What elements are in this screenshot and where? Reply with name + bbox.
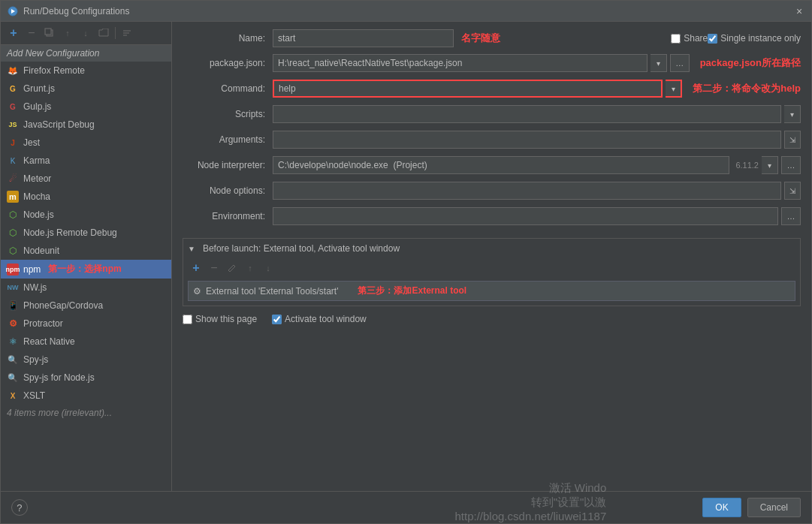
list-item[interactable]: G Grunt.js (1, 80, 171, 98)
single-instance-checkbox-label[interactable]: Single instance only (708, 33, 801, 44)
before-launch-down[interactable]: ↓ (260, 260, 276, 276)
config-item-label: JavaScript Debug (23, 119, 95, 130)
list-item[interactable]: JS JavaScript Debug (1, 116, 171, 134)
karma-icon: K (7, 155, 19, 167)
list-item-npm[interactable]: npm npm 第一步：选择npm (1, 260, 171, 279)
package-json-label: package.json: (183, 58, 273, 68)
help-button[interactable]: ? (11, 499, 28, 516)
name-annotation: 名字随意 (461, 32, 500, 45)
list-item[interactable]: K Karma (1, 152, 171, 170)
list-item[interactable]: ⬡ Node.js Remote Debug (1, 224, 171, 242)
list-item[interactable]: 🦊 Firefox Remote (1, 62, 171, 80)
folder-btn[interactable] (95, 25, 112, 41)
ok-button[interactable]: OK (702, 498, 741, 517)
move-up-btn[interactable]: ↑ (59, 25, 76, 41)
before-launch-add[interactable]: + (188, 260, 204, 276)
environment-browse[interactable]: … (781, 207, 801, 225)
list-item[interactable]: ☄ Meteor (1, 170, 171, 188)
single-instance-checkbox[interactable] (708, 34, 717, 44)
list-item[interactable]: 🔍 Spy-js (1, 351, 171, 369)
list-item[interactable]: ⚛ React Native (1, 333, 171, 351)
list-item-more[interactable]: 4 items more (irrelevant)... (1, 405, 171, 421)
node-interpreter-label: Node interpreter: (183, 160, 273, 170)
node-interpreter-browse[interactable]: … (781, 156, 801, 174)
node-options-input[interactable] (273, 182, 781, 200)
phonegap-icon: 📱 (7, 300, 19, 312)
name-row: Name: 名字随意 Share Single instance only (183, 29, 801, 47)
list-item[interactable]: 🔍 Spy-js for Node.js (1, 369, 171, 387)
config-item-label: React Native (23, 336, 75, 347)
list-item[interactable]: ⬡ Nodeunit (1, 242, 171, 260)
command-label: Command: (183, 83, 273, 94)
list-item[interactable]: 📱 PhoneGap/Cordova (1, 297, 171, 315)
grunt-icon: G (7, 83, 19, 95)
show-this-page-checkbox[interactable] (183, 315, 192, 324)
node-interpreter-dropdown[interactable]: ▾ (762, 156, 778, 174)
title-bar: Run/Debug Configurations × (1, 1, 811, 22)
remove-config-btn[interactable]: − (23, 25, 40, 41)
arguments-field: ⇲ (273, 131, 801, 149)
config-item-label: npm (23, 264, 41, 275)
add-config-btn[interactable]: + (5, 25, 22, 41)
environment-label: Environment: (183, 211, 273, 221)
js-debug-icon: JS (7, 119, 19, 131)
share-checkbox[interactable] (671, 34, 681, 44)
list-item[interactable]: NW NW.js (1, 279, 171, 297)
before-launch-edit[interactable] (224, 260, 240, 276)
environment-input[interactable] (273, 207, 778, 225)
name-input[interactable] (273, 29, 454, 47)
window-icon (7, 5, 19, 17)
close-button[interactable]: × (793, 5, 805, 17)
share-checkbox-label[interactable]: Share (671, 33, 708, 44)
name-label: Name: (183, 33, 273, 44)
config-item-label: Node.js Remote Debug (23, 227, 117, 238)
arguments-input[interactable] (273, 131, 781, 149)
sort-btn[interactable] (119, 25, 135, 41)
copy-config-btn[interactable] (41, 25, 58, 41)
config-item-label: Node.js (23, 209, 54, 220)
config-item-label: Spy-js (23, 354, 48, 365)
list-item[interactable]: ⚙ Protractor (1, 315, 171, 333)
main-content: + − ↑ ↓ (1, 22, 811, 491)
package-json-dropdown[interactable]: ▾ (651, 54, 667, 72)
react-native-icon: ⚛ (7, 336, 19, 348)
collapse-triangle[interactable]: ▼ (188, 245, 195, 253)
command-input[interactable] (273, 80, 663, 98)
activate-tool-window-label[interactable]: Activate tool window (272, 314, 367, 324)
config-item-label: XSLT (23, 390, 45, 401)
arguments-row: Arguments: ⇲ (183, 130, 801, 149)
arguments-browse[interactable]: ⇲ (784, 131, 801, 149)
config-item-label: Nodeunit (23, 245, 59, 256)
scripts-input[interactable] (273, 105, 781, 123)
before-launch-remove[interactable]: − (206, 260, 222, 276)
package-json-browse[interactable]: … (670, 54, 690, 72)
gulp-icon: G (7, 101, 19, 113)
spy-js-node-icon: 🔍 (7, 372, 19, 384)
move-down-btn[interactable]: ↓ (77, 25, 94, 41)
list-item[interactable]: ⬡ Node.js (1, 206, 171, 224)
list-item[interactable]: J Jest (1, 134, 171, 152)
list-item[interactable]: G Gulp.js (1, 98, 171, 116)
protractor-icon: ⚙ (7, 318, 19, 330)
external-tool-item[interactable]: ⚙ External tool 'External Tools/start' 第… (188, 281, 795, 301)
config-list: 🦊 Firefox Remote G Grunt.js G Gulp.js JS… (1, 62, 171, 491)
before-launch-section: ▼ Before launch: External tool, Activate… (183, 238, 801, 306)
cancel-button[interactable]: Cancel (747, 498, 801, 517)
bottom-checkboxes: Show this page Activate tool window (183, 314, 801, 324)
list-item[interactable]: m Mocha (1, 188, 171, 206)
node-interpreter-input[interactable] (273, 156, 729, 174)
command-dropdown[interactable]: ▾ (666, 80, 682, 98)
right-panel: Name: 名字随意 Share Single instance only pa… (172, 22, 811, 491)
node-options-row: Node options: ⇲ (183, 181, 801, 200)
scripts-field: ▾ (273, 105, 801, 123)
left-panel: + − ↑ ↓ (1, 22, 172, 491)
jest-icon: J (7, 137, 19, 149)
activate-tool-window-checkbox[interactable] (272, 315, 282, 324)
node-options-browse[interactable]: ⇲ (784, 182, 801, 200)
list-item[interactable]: X XSLT (1, 387, 171, 405)
step3-annotation: 第三步：添加External tool (358, 285, 466, 297)
before-launch-up[interactable]: ↑ (242, 260, 258, 276)
scripts-dropdown[interactable]: ▾ (784, 105, 801, 123)
package-json-input[interactable] (273, 54, 647, 72)
show-this-page-label[interactable]: Show this page (183, 314, 257, 324)
